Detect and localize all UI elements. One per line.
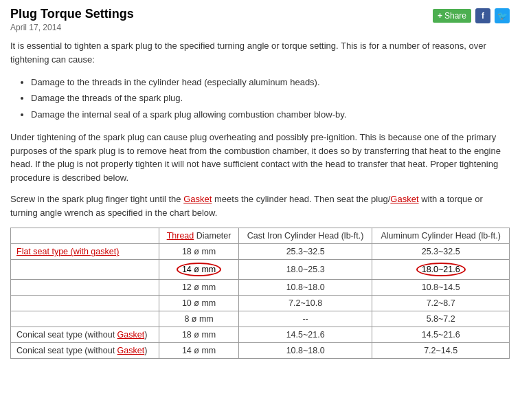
share-button[interactable]: Share [433,9,471,23]
cell-type: Flat seat type (with gasket) [11,244,159,260]
cell-cast-iron: 18.0~25.3 [238,260,372,280]
table-row: 14 ø mm18.0~25.318.0~21.6 [11,260,510,280]
torque-table-container: Thread Diameter Cast Iron Cylinder Head … [10,228,510,359]
cell-aluminum: 5.8~7.2 [372,311,510,327]
table-header-row: Thread Diameter Cast Iron Cylinder Head … [11,228,510,244]
cell-diameter: 8 ø mm [159,311,239,327]
cell-type: Conical seat type (without Gasket) [11,343,159,359]
cell-diameter: 18 ø mm [159,244,239,260]
table-row: 8 ø mm--5.8~7.2 [11,311,510,327]
table-row: Conical seat type (without Gasket)18 ø m… [11,327,510,343]
cell-aluminum: 10.8~14.5 [372,280,510,296]
gasket-link[interactable]: Gasket [117,330,145,340]
table-row: Flat seat type (with gasket)18 ø mm25.3~… [11,244,510,260]
torque-table: Thread Diameter Cast Iron Cylinder Head … [10,228,510,359]
publish-date: April 17, 2014 [10,23,510,32]
cell-aluminum: 18.0~21.6 [372,260,510,280]
cell-diameter: 14 ø mm [159,343,239,359]
bullet-list: Damage to the threads in the cylinder he… [10,74,510,122]
table-body: Flat seat type (with gasket)18 ø mm25.3~… [11,244,510,359]
gasket-link[interactable]: Gasket [117,346,145,355]
cell-aluminum: 7.2~14.5 [372,343,510,359]
highlight-diameter: 14 ø mm [177,263,221,276]
body-paragraph-2: Screw in the spark plug finger tight unt… [10,192,510,219]
cell-aluminum: 25.3~32.5 [372,244,510,260]
list-item: Damage the internal seal of a spark plug… [31,107,510,122]
table-row: 10 ø mm7.2~10.87.2~8.7 [11,296,510,311]
cell-type: Conical seat type (without Gasket) [11,327,159,343]
gasket-link-2[interactable]: Gasket [390,194,418,204]
body-paragraph-1: Under tightening of the spark plug can c… [10,131,510,184]
list-item: Damage to the threads in the cylinder he… [31,74,510,90]
cell-cast-iron: -- [238,311,372,327]
cell-type [11,280,159,296]
cell-aluminum: 7.2~8.7 [372,296,510,311]
table-row: 12 ø mm10.8~18.010.8~14.5 [11,280,510,296]
facebook-icon[interactable]: f [475,8,490,23]
col-header-cast-iron: Cast Iron Cylinder Head (lb-ft.) [238,228,372,244]
cell-diameter: 12 ø mm [159,280,239,296]
cell-diameter: 14 ø mm [159,260,239,280]
table-row: Conical seat type (without Gasket)14 ø m… [11,343,510,359]
cell-aluminum: 14.5~21.6 [372,327,510,343]
cell-cast-iron: 10.8~18.0 [238,343,372,359]
body2-middle: meets the cylinder head. Then seat the p… [212,194,390,204]
cell-type [11,260,159,280]
col-header-type [11,228,159,244]
intro-text: It is essential to tighten a spark plug … [10,39,510,66]
thread-link[interactable]: Thread [167,231,194,241]
flat-seat-link[interactable]: Flat seat type (with gasket) [16,247,119,256]
twitter-icon[interactable]: 🐦 [495,8,510,23]
cell-type [11,311,159,327]
cell-type [11,296,159,311]
cell-diameter: 10 ø mm [159,296,239,311]
cell-cast-iron: 14.5~21.6 [238,327,372,343]
cell-cast-iron: 7.2~10.8 [238,296,372,311]
cell-cast-iron: 10.8~18.0 [238,280,372,296]
col-header-aluminum: Aluminum Cylinder Head (lb-ft.) [372,228,510,244]
body2-prefix: Screw in the spark plug finger tight unt… [10,194,183,204]
cell-diameter: 18 ø mm [159,327,239,343]
gasket-link-1[interactable]: Gasket [183,194,212,204]
highlight-aluminum: 18.0~21.6 [416,263,466,276]
col-header-diameter: Thread Diameter [159,228,239,244]
cell-cast-iron: 25.3~32.5 [238,244,372,260]
list-item: Damage the threads of the spark plug. [31,90,510,106]
share-bar: Share f 🐦 [433,8,510,23]
